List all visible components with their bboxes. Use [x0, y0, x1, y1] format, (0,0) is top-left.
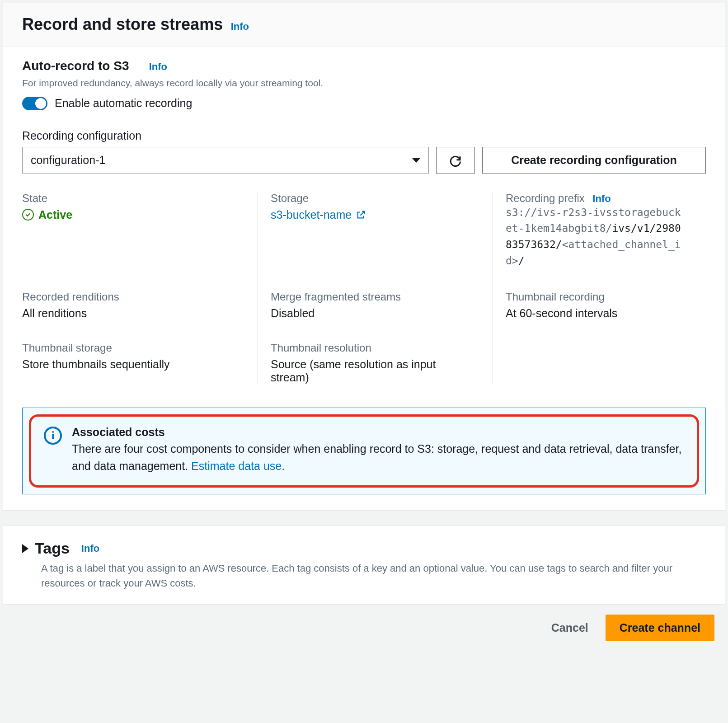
associated-costs-callout: i Associated costs There are four cost c… — [22, 408, 706, 494]
renditions-value: All renditions — [22, 307, 238, 320]
cancel-button[interactable]: Cancel — [548, 616, 592, 640]
callout-body: There are four cost components to consid… — [72, 442, 681, 472]
state-cell: State Active — [22, 192, 257, 269]
panel-header: Record and store streams Info — [3, 3, 725, 47]
chevron-down-icon — [412, 158, 420, 163]
thumb-recording-label: Thumbnail recording — [506, 291, 687, 303]
record-store-panel: Record and store streams Info Auto-recor… — [3, 3, 725, 510]
column-separator — [257, 192, 258, 385]
prefix-label: Recording prefix — [506, 192, 585, 204]
expand-icon[interactable] — [22, 544, 28, 553]
column-separator — [492, 192, 493, 385]
state-label: State — [22, 192, 238, 205]
tags-info-link[interactable]: Info — [81, 543, 99, 554]
thumb-storage-label: Thumbnail storage — [22, 342, 238, 354]
recording-config-select[interactable]: configuration-1 — [22, 147, 429, 174]
auto-record-title: Auto-record to S3 — [22, 59, 129, 73]
refresh-icon — [449, 154, 462, 167]
estimate-data-use-link[interactable]: Estimate data use. — [191, 458, 285, 475]
merge-cell: Merge fragmented streams Disabled — [257, 291, 492, 320]
storage-label: Storage — [271, 192, 473, 205]
renditions-cell: Recorded renditions All renditions — [22, 291, 257, 320]
storage-link[interactable]: s3-bucket-name — [271, 208, 366, 221]
prefix-trailing: / — [518, 255, 525, 267]
tags-description: A tag is a label that you assign to an A… — [3, 561, 725, 604]
merge-label: Merge fragmented streams — [271, 291, 473, 303]
thumb-resolution-cell: Thumbnail resolution Source (same resolu… — [257, 342, 492, 384]
thumb-resolution-value: Source (same resolution as input stream) — [271, 358, 473, 384]
divider — [139, 61, 139, 74]
storage-cell: Storage s3-bucket-name — [257, 192, 492, 269]
panel-info-link[interactable]: Info — [231, 21, 249, 32]
panel-title: Record and store streams — [22, 15, 223, 33]
thumb-resolution-label: Thumbnail resolution — [271, 342, 473, 354]
state-text: Active — [38, 208, 72, 221]
prefix-cell: Recording prefix Info s3://ivs-r2s3-ivss… — [492, 192, 706, 269]
auto-record-section: Auto-record to S3 Info For improved redu… — [22, 59, 706, 110]
check-circle-icon — [22, 209, 34, 221]
tags-panel: Tags Info A tag is a label that you assi… — [3, 526, 725, 605]
prefix-value: s3://ivs-r2s3-ivsstoragebucket-1kem14abg… — [506, 205, 687, 269]
config-details: State Active Storage s3-bucket-name — [22, 192, 706, 385]
auto-record-info-link[interactable]: Info — [149, 61, 167, 72]
enable-recording-label: Enable automatic recording — [55, 97, 192, 110]
tags-title: Tags — [35, 540, 70, 557]
recording-config-label: Recording configuration — [22, 129, 706, 142]
thumb-storage-value: Store thumbnails sequentially — [22, 358, 238, 371]
storage-value: s3-bucket-name — [271, 208, 352, 221]
create-recording-config-button[interactable]: Create recording configuration — [482, 147, 706, 174]
thumb-storage-cell: Thumbnail storage Store thumbnails seque… — [22, 342, 257, 384]
external-link-icon — [356, 210, 366, 220]
thumb-recording-value: At 60-second intervals — [506, 307, 687, 320]
renditions-label: Recorded renditions — [22, 291, 238, 303]
merge-value: Disabled — [271, 307, 473, 320]
callout-highlight: i Associated costs There are four cost c… — [29, 414, 699, 488]
info-icon: i — [44, 427, 62, 445]
refresh-button[interactable] — [436, 147, 475, 174]
prefix-info-link[interactable]: Info — [592, 193, 611, 204]
recording-config-value: configuration-1 — [31, 154, 105, 167]
state-value: Active — [22, 208, 238, 221]
empty-cell — [492, 342, 706, 384]
callout-text: There are four cost components to consid… — [72, 441, 684, 474]
callout-title: Associated costs — [72, 426, 684, 439]
footer-actions: Cancel Create channel — [0, 605, 728, 654]
enable-recording-toggle[interactable] — [22, 97, 47, 110]
thumb-recording-cell: Thumbnail recording At 60-second interva… — [492, 291, 706, 320]
auto-record-description: For improved redundancy, always record l… — [22, 78, 706, 89]
create-channel-button[interactable]: Create channel — [606, 615, 714, 641]
